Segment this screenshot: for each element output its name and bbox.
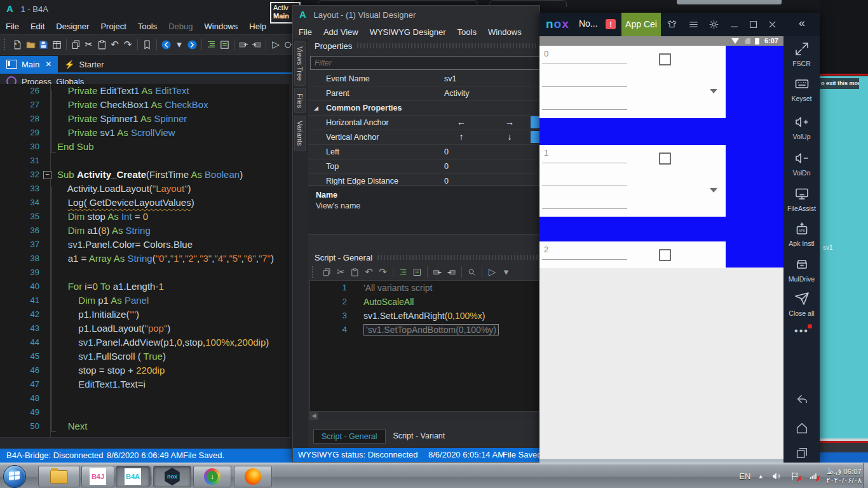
edittext-underline[interactable] <box>542 259 627 260</box>
toolbar-grip[interactable] <box>4 39 8 50</box>
nox-sidebar-voldn-button[interactable]: VolDn <box>783 151 820 177</box>
hidden-icons-arrow[interactable]: ▲ <box>757 473 764 480</box>
code-line-47[interactable]: 47 EditText1.Text=i <box>0 377 289 391</box>
menu-windows[interactable]: Windows <box>199 22 244 31</box>
taskbar-nox-button[interactable]: nox <box>153 466 191 487</box>
minimize-icon[interactable] <box>728 18 740 30</box>
menu-add-view[interactable]: Add View <box>318 27 364 37</box>
menu-windows[interactable]: Windows <box>482 27 527 37</box>
menu-wysiwyg-designer[interactable]: WYSIWYG Designer <box>364 27 452 37</box>
tab-starter[interactable]: ⚡ Starter <box>58 56 110 72</box>
edittext-value[interactable]: 2 <box>544 245 548 254</box>
tabsa-icon[interactable] <box>397 266 409 278</box>
modb-icon[interactable] <box>251 37 262 51</box>
toolbar-grip[interactable] <box>312 266 316 278</box>
network-icon[interactable]: ✗ <box>808 471 819 481</box>
code-line-44[interactable]: 44 sv1.Panel.AddView(p1,0,stop,100%x,200… <box>0 336 289 349</box>
code-editor[interactable]: 26 Private EditText1 As EditText27 Priva… <box>0 84 289 437</box>
script-editor[interactable]: 1'All variants script2AutoScaleAll3sv1.S… <box>309 280 539 412</box>
spinner-arrow-icon[interactable] <box>710 188 717 193</box>
code-line-2[interactable]: 2AutoScaleAll <box>310 295 539 309</box>
nox-sidebar-fileassist-button[interactable]: FileAssist <box>783 186 820 212</box>
code-line-4[interactable]: 4'sv1.SetTopAndBottom(0,100%y) <box>310 323 539 337</box>
edittext-underline[interactable] <box>542 109 627 110</box>
nox-sidebar-apkinstl-button[interactable]: APKApk Instl <box>783 221 820 247</box>
edittext-underline[interactable] <box>542 186 627 186</box>
code-line-43[interactable]: 43 p1.LoadLayout("pop") <box>0 322 289 336</box>
drag-handle[interactable] <box>357 43 536 48</box>
fold-marker-icon[interactable]: − <box>43 171 51 179</box>
code-line-28[interactable]: 28 Private Spinner1 As Spinner <box>0 112 289 126</box>
tab-views-tree[interactable]: Views Tree <box>294 41 306 86</box>
redo-icon[interactable]: ↷ <box>122 37 133 51</box>
nox-sidebar-keyset-button[interactable]: Keyset <box>783 76 820 102</box>
edittext-value[interactable]: 0 <box>544 49 548 58</box>
nox-sidebar-muldrive-button[interactable]: MulDrive <box>783 257 820 283</box>
code-line-49[interactable]: 49 <box>0 405 289 419</box>
edittext-underline[interactable] <box>542 163 627 163</box>
tab-files[interactable]: Files <box>294 88 306 113</box>
cut-icon[interactable]: ✂ <box>83 37 94 51</box>
tabsa-icon[interactable] <box>206 37 217 51</box>
code-line-27[interactable]: 27 Private CheckBox1 As CheckBox <box>0 98 289 112</box>
settings-gear-icon[interactable] <box>707 18 720 30</box>
paste-icon[interactable] <box>96 37 107 51</box>
menu-help[interactable]: Help <box>243 22 272 31</box>
spinner-arrow-icon[interactable] <box>710 89 717 93</box>
edittext-underline[interactable] <box>542 64 627 64</box>
anchor-right-button[interactable]: → <box>500 116 519 128</box>
prop-row-left[interactable]: Left 0 <box>308 145 539 159</box>
anchor-up-button[interactable]: ↑ <box>452 131 471 143</box>
code-line-39[interactable]: 39 <box>0 266 289 280</box>
code-line-31[interactable]: 31 <box>0 154 289 168</box>
maximize-icon[interactable] <box>747 18 759 30</box>
sidebar-collapse-icon[interactable]: « <box>792 17 811 32</box>
taskbar-b4j-button[interactable]: B4J <box>81 466 114 487</box>
collapse-triangle-icon[interactable]: ◢ <box>314 101 318 115</box>
taskbar-b4a-button[interactable]: B4A <box>116 466 150 487</box>
prop-row-event-name[interactable]: Event Name sv1 <box>308 72 539 86</box>
code-line-34[interactable]: 34 Log( GetDeviceLayoutValues) <box>0 196 289 210</box>
code-line-45[interactable]: 45 sv1.FullScroll ( True) <box>0 349 289 363</box>
edittext-value[interactable]: 1 <box>544 148 548 158</box>
copy-icon[interactable] <box>321 266 333 278</box>
checkbox[interactable] <box>659 249 671 261</box>
undo-icon[interactable]: ↶ <box>363 266 375 278</box>
code-line-48[interactable]: 48 <box>0 391 289 405</box>
prop-row-vertical-anchor[interactable]: Vertical Anchor ↑ ↓ ↕ <box>308 130 539 145</box>
tab-variants[interactable]: Variants <box>294 116 306 151</box>
zip-icon[interactable] <box>51 37 62 51</box>
menu-project[interactable]: Project <box>95 22 132 31</box>
save-icon[interactable] <box>38 37 49 51</box>
edittext-underline[interactable] <box>542 86 627 87</box>
code-line-3[interactable]: 3sv1.SetLeftAndRight(0,100%x) <box>310 309 539 323</box>
openfolder-icon[interactable] <box>25 37 36 51</box>
horizontal-scrollbar[interactable] <box>0 437 294 449</box>
code-line-26[interactable]: 26 Private EditText1 As EditText <box>0 84 289 98</box>
anchor-left-button[interactable]: ← <box>452 116 471 128</box>
tab-main[interactable]: Main ✕ <box>0 56 58 72</box>
bookmark-icon[interactable] <box>142 37 153 51</box>
prop-row-horizontal-anchor[interactable]: Horizontal Anchor ← → ← <box>308 116 539 130</box>
menu-file[interactable]: File <box>0 22 25 31</box>
volume-icon[interactable] <box>771 471 782 481</box>
redo-icon[interactable]: ↷ <box>377 266 389 278</box>
run-icon[interactable]: ▷ <box>486 266 498 278</box>
menu-tools[interactable]: Tools <box>452 27 482 37</box>
nox-sidebar-volup-button[interactable]: VolUp <box>783 114 820 140</box>
script-horizontal-scrollbar[interactable]: ◀ <box>309 412 538 420</box>
anchor-down-button[interactable]: ↓ <box>500 131 519 143</box>
taskbar-idm-button[interactable]: ↓ <box>193 466 231 487</box>
prop-row-parent[interactable]: Parent Activity <box>308 86 539 101</box>
code-line-35[interactable]: 35 Dim stop As Int = 0 <box>0 210 289 224</box>
code-line-41[interactable]: 41 Dim p1 As Panel <box>0 294 289 308</box>
taskbar-firefox-button[interactable] <box>234 466 272 487</box>
tabsb-icon[interactable] <box>411 266 423 278</box>
android-back-button[interactable] <box>783 392 820 409</box>
code-line-38[interactable]: 38 a1 = Array As String("0","1","2","3",… <box>0 252 289 266</box>
code-line-40[interactable]: 40 For i=0 To a1.Length-1 <box>0 280 289 294</box>
copy-icon[interactable] <box>71 37 81 51</box>
nox-titlebar[interactable]: nox No... ! App Cei <box>539 13 820 36</box>
code-line-30[interactable]: 30End Sub <box>0 140 289 154</box>
main-titlebar[interactable]: A 1 - B4A <box>0 0 294 18</box>
